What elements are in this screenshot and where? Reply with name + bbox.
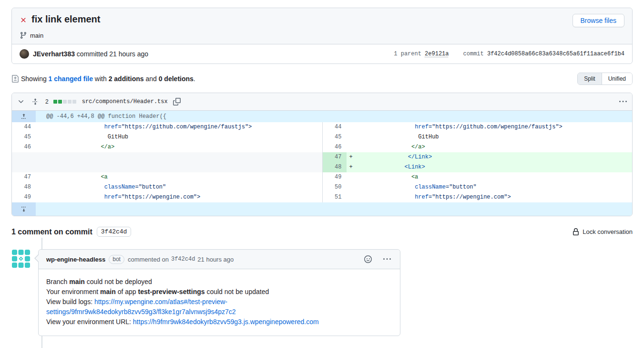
kebab-icon <box>383 255 391 263</box>
diff-file-header: 2 src/components/Header.tsx <box>12 93 632 111</box>
line-number[interactable]: 47 <box>323 152 347 162</box>
page: fix link element Browse files main JEver… <box>0 8 644 336</box>
comments-heading-row: 1 comment on commit 3f42c4d Lock convers… <box>11 227 633 237</box>
diff-line: 44 href="https://github.com/wpengine/fau… <box>12 122 322 132</box>
line-number[interactable]: 46 <box>323 142 347 152</box>
comment-text: View your environment URL: <box>46 318 133 326</box>
expand-all-button[interactable] <box>30 96 41 107</box>
commit-sha-chip: 3f42c4d <box>97 227 132 237</box>
add-reaction-button[interactable] <box>363 254 373 264</box>
bot-avatar[interactable] <box>11 249 31 268</box>
comment-text: test-preview-settings <box>138 288 205 295</box>
line-number[interactable]: 45 <box>12 132 36 142</box>
committed-text: committed 21 hours ago <box>75 50 148 58</box>
code-text: </a> <box>36 142 322 152</box>
parent-info: 1 parent 2e9121a <box>394 51 449 57</box>
line-number[interactable]: 47 <box>12 172 36 182</box>
comment-line: Your environment main of app test-previe… <box>46 287 392 297</box>
diff-line: 47 <a <box>12 172 322 182</box>
comment-text: Your environment <box>46 288 100 295</box>
parent-label: 1 parent <box>394 51 425 57</box>
comment-text: View build logs: <box>46 298 94 306</box>
diff-file-box: 2 src/components/Header.tsx @@ -44,6 +44… <box>11 93 633 216</box>
diff-stat-block-added <box>53 100 57 104</box>
diff-line: 44 href="https://github.com/wpengine/fau… <box>323 122 633 132</box>
unified-view-button[interactable]: Unified <box>602 73 632 84</box>
line-number[interactable]: 49 <box>12 192 36 202</box>
diff-pane-left: 44 href="https://github.com/wpengine/fau… <box>12 122 322 202</box>
chevron-down-icon <box>17 98 25 105</box>
parent-sha-link[interactable]: 2e9121a <box>425 51 449 57</box>
commit-title: fix link element <box>31 14 101 25</box>
line-number[interactable]: 46 <box>12 142 36 152</box>
bot-badge: bot <box>109 255 124 264</box>
line-number[interactable]: 44 <box>323 122 347 132</box>
comment-text: main <box>69 278 85 285</box>
expand-down-icon <box>20 205 28 213</box>
line-number[interactable]: 44 <box>12 122 36 132</box>
unfold-icon <box>31 98 39 105</box>
file-options-button[interactable] <box>618 96 628 107</box>
comment-text: could not be deployed <box>85 278 152 285</box>
comment-box: wp-engine-headless bot commented on 3f42… <box>38 249 400 336</box>
comment-timestamp: 21 hours ago <box>197 256 234 263</box>
commit-status-failed-icon[interactable] <box>20 16 27 24</box>
comment-sha-link[interactable]: 3f42c4d <box>171 256 195 263</box>
code-text: + <Link> <box>347 162 633 172</box>
commit-sha-info: commit 3f42c4d0858a66c83a6348c65a61f11aa… <box>463 51 624 57</box>
comment-action-text: commented on <box>128 256 169 263</box>
changed-files-link[interactable]: 1 changed file <box>49 75 93 83</box>
file-changes-count: 2 <box>45 98 49 105</box>
git-branch-icon <box>20 32 27 39</box>
code-text: <a <box>36 172 322 182</box>
diff-line: 48 className="button" <box>12 182 322 192</box>
with-text: with <box>93 75 109 83</box>
diff-stat-block-added <box>58 100 62 104</box>
comment-link[interactable]: https://h9fmr9wk84edokyrb8zvv59g3.js.wpe… <box>133 318 319 326</box>
code-text: href="https://wpengine.com"> <box>347 192 633 202</box>
branch-name: main <box>30 32 43 39</box>
diff-stat-block-empty <box>68 100 72 104</box>
lock-icon <box>572 228 580 236</box>
copy-path-button[interactable] <box>172 96 182 107</box>
comment-options-button[interactable] <box>382 254 392 264</box>
diff-view-toggle: Split Unified <box>577 73 633 85</box>
author-link[interactable]: JEverhart383 <box>33 50 75 58</box>
diff-split-view: 44 href="https://github.com/wpengine/fau… <box>12 122 632 202</box>
browse-files-button[interactable]: Browse files <box>572 14 624 27</box>
line-number[interactable]: 51 <box>323 192 347 202</box>
code-text: <a <box>347 172 633 182</box>
collapse-file-button[interactable] <box>16 96 26 107</box>
line-number[interactable]: 50 <box>323 182 347 192</box>
code-text: </a> <box>347 142 633 152</box>
author-avatar[interactable] <box>20 49 29 59</box>
line-number[interactable]: 48 <box>323 162 347 172</box>
comment-author-link[interactable]: wp-engine-headless <box>46 256 105 263</box>
comment-header: wp-engine-headless bot commented on 3f42… <box>39 250 400 269</box>
expand-up-button[interactable] <box>12 111 36 122</box>
diff-line: 49 href="https://wpengine.com"> <box>12 192 322 202</box>
file-diff-icon <box>11 75 19 83</box>
diff-summary-row: Showing 1 changed file with 2 additions … <box>11 73 633 85</box>
diff-empty-block <box>12 152 322 172</box>
diff-line: 49 <a <box>323 172 633 182</box>
line-number[interactable]: 49 <box>323 172 347 182</box>
line-number[interactable]: 48 <box>12 182 36 192</box>
expand-up-icon <box>20 113 28 120</box>
diff-stat-block-empty <box>72 100 76 104</box>
line-number[interactable]: 45 <box>323 132 347 142</box>
code-text: className="button" <box>347 182 633 192</box>
split-view-button[interactable]: Split <box>578 73 601 84</box>
expand-down-button[interactable] <box>12 202 36 216</box>
additions-count: 2 additions <box>109 75 144 83</box>
copy-icon <box>173 98 181 105</box>
addition-sign: + <box>347 152 353 162</box>
comments-heading: 1 comment on commit <box>11 228 92 236</box>
file-path-link[interactable]: src/components/Header.tsx <box>82 98 168 105</box>
code-text: + </Link> <box>347 152 633 162</box>
diff-line: 45 GitHub <box>12 132 322 142</box>
lock-conversation-button[interactable]: Lock conversation <box>572 228 633 236</box>
diff-line: 45 GitHub <box>323 132 633 142</box>
comment-text: could not be updated <box>205 288 269 295</box>
comment-line: View your environment URL: https://h9fmr… <box>46 317 392 327</box>
